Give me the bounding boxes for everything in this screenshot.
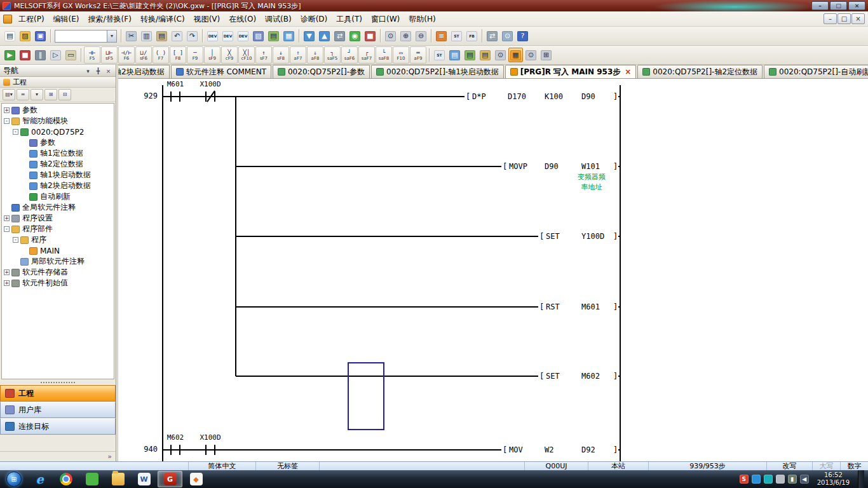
instruction-op[interactable]: MOV: [509, 445, 523, 455]
expand-icon[interactable]: +: [4, 269, 10, 275]
tree-item-9[interactable]: 全局软元件注释: [2, 202, 114, 213]
ladder-symbol-saF7-button[interactable]: ┌saF7: [358, 46, 375, 64]
tree-item-5[interactable]: 轴2定位数据: [2, 159, 114, 170]
zoom-in-button[interactable]: ⊕: [398, 29, 413, 43]
menu-item-1[interactable]: 编辑(E): [49, 12, 84, 26]
ime-sogou-icon[interactable]: S: [740, 475, 749, 484]
ladder-symbol-sF7-button[interactable]: ↑sF7: [255, 46, 272, 64]
comment-display-button[interactable]: ▦: [281, 29, 296, 43]
read-from-plc-button[interactable]: ▲: [317, 29, 332, 43]
messenger-icon[interactable]: [752, 475, 761, 484]
device-comment-button[interactable]: DEV: [205, 29, 220, 43]
shield-icon[interactable]: [764, 475, 773, 484]
ladder-canvas[interactable]: 929[D*PD170K100D90][MOVPD90W101]变频器频率地址[…: [118, 79, 868, 461]
ladder-symbol-F6-button[interactable]: ⊣∕⊢F6: [118, 46, 135, 64]
nav-filter-button[interactable]: ▾: [31, 89, 43, 100]
find-button[interactable]: ⊙: [383, 29, 398, 43]
ladder-symbol-saF6-button[interactable]: ┘saF6: [341, 46, 358, 64]
help-button[interactable]: ?: [515, 29, 530, 43]
tab-3[interactable]: 0020:QD75P2[]-轴1块启动数据: [371, 65, 504, 78]
nav-collapse-all-button[interactable]: ⊟: [58, 89, 71, 100]
contact-no-symbol[interactable]: [170, 92, 180, 102]
program-pou-button[interactable]: ▤: [266, 29, 281, 43]
ladder-symbol-sF6-button[interactable]: ⊔∕sF6: [135, 46, 152, 64]
nav-category-connection-destination-button[interactable]: 连接目标: [0, 418, 116, 435]
tree-item-0[interactable]: +参数: [2, 105, 114, 116]
mdi-minimize-button[interactable]: –: [824, 13, 837, 24]
battery-icon[interactable]: ▮: [788, 475, 797, 484]
fb-editor-button[interactable]: FB: [465, 29, 479, 43]
menu-item-9[interactable]: 窗口(W): [367, 12, 404, 26]
tab-4[interactable]: [PRG]R 写入 MAIN 953步×: [505, 65, 636, 78]
monitor-start-button[interactable]: ◉: [348, 29, 362, 43]
tree-item-2[interactable]: -0020:QD75P2: [2, 126, 114, 137]
tree-item-11[interactable]: -程序部件: [2, 224, 114, 234]
program-select-combo[interactable]: ▾: [55, 30, 117, 43]
contact-no-symbol[interactable]: [170, 445, 180, 455]
device-initial-button[interactable]: DEV: [236, 29, 250, 43]
parameter-button[interactable]: ▧: [251, 29, 266, 43]
contact-no-symbol[interactable]: [205, 445, 215, 455]
read-mode-button[interactable]: ▷: [48, 48, 63, 62]
ladder-symbol-aF7-button[interactable]: ⇑aF7: [290, 46, 306, 64]
instruction-operand[interactable]: W101: [581, 161, 600, 172]
tree-item-15[interactable]: +软元件存储器: [2, 267, 114, 278]
ladder-symbol-aF8-button[interactable]: ⇓aF8: [307, 46, 323, 64]
nav-category-project-button[interactable]: 工程: [0, 385, 116, 402]
tree-item-13[interactable]: MAIN: [2, 245, 114, 256]
expand-icon[interactable]: +: [4, 280, 10, 286]
combo-dropdown-icon[interactable]: ▾: [107, 30, 116, 42]
instruction-op[interactable]: SET: [546, 371, 560, 381]
tree-item-8[interactable]: 自动刷新: [2, 191, 114, 202]
edit-cursor[interactable]: [348, 362, 384, 430]
ladder-symbol-sF8-button[interactable]: ↓sF8: [273, 46, 289, 64]
monitor-stop-button[interactable]: ■: [363, 29, 377, 43]
device-memory-button[interactable]: DEV: [220, 29, 235, 43]
contact-nc-symbol[interactable]: [205, 92, 215, 102]
instruction-operand[interactable]: Y100D: [581, 231, 604, 241]
collapse-icon[interactable]: -: [13, 237, 18, 243]
edit-note-button[interactable]: ▤: [478, 48, 492, 62]
ladder-symbol-F5-button[interactable]: ⊣⊢F5: [84, 46, 100, 64]
green-app-taskbar-button[interactable]: [79, 471, 104, 487]
restore-button[interactable]: □: [830, 1, 847, 10]
instruction-op[interactable]: D*P: [472, 92, 486, 102]
tree-item-14[interactable]: 局部软元件注释: [2, 256, 114, 267]
st-editor-button[interactable]: ST: [449, 29, 464, 43]
mdi-close-button[interactable]: ×: [851, 13, 865, 24]
collapse-icon[interactable]: -: [13, 129, 18, 135]
menu-item-0[interactable]: 工程(P): [14, 12, 49, 26]
ladder-block-list-button[interactable]: ▦: [508, 48, 523, 62]
expand-icon[interactable]: +: [4, 107, 10, 113]
edit-comment-button[interactable]: ▤: [447, 48, 462, 62]
instruction-operand[interactable]: W2: [545, 445, 553, 455]
menu-item-8[interactable]: 工具(T): [332, 12, 367, 26]
tab-6[interactable]: 0020:QD75P2[]-自动刷新: [764, 65, 868, 78]
save-project-button[interactable]: ▣: [33, 29, 48, 43]
internet-explorer-taskbar-button[interactable]: e: [27, 471, 52, 487]
menu-item-2[interactable]: 搜索/替换(F): [84, 12, 136, 26]
menu-item-4[interactable]: 视图(V): [189, 12, 225, 26]
instruction-op[interactable]: RST: [546, 302, 560, 312]
menu-item-7[interactable]: 诊断(D): [296, 12, 332, 26]
ladder-display-button[interactable]: ≡: [434, 29, 449, 43]
instruction-operand[interactable]: D90: [581, 92, 595, 102]
copy-button[interactable]: ▥: [139, 29, 154, 43]
ladder-symbol-sF9-button[interactable]: │sF9: [204, 46, 220, 64]
tree-item-7[interactable]: 轴2块启动数据: [2, 180, 114, 191]
ladder-symbol-cF10-button[interactable]: ╳│cF10: [238, 46, 255, 64]
monitor-write-mode-button[interactable]: ■: [18, 48, 32, 62]
instruction-operand[interactable]: D92: [581, 445, 595, 455]
ladder-symbol-saF8-button[interactable]: └saF8: [376, 46, 392, 64]
instruction-operand[interactable]: K100: [545, 92, 563, 102]
show-desktop-button[interactable]: [858, 470, 864, 488]
tree-item-1[interactable]: -智能功能模块: [2, 116, 114, 126]
word-taskbar-button[interactable]: W: [132, 471, 156, 487]
nav-close-icon[interactable]: ×: [104, 67, 112, 75]
verify-with-plc-button[interactable]: ⇄: [332, 29, 347, 43]
tree-item-12[interactable]: -程序: [2, 234, 114, 245]
tab-2[interactable]: 0020:QD75P2[]-参数: [273, 65, 370, 78]
close-button[interactable]: ×: [848, 1, 865, 10]
ladder-symbol-F10-button[interactable]: ▭F10: [393, 46, 409, 64]
open-project-button[interactable]: ▨: [18, 29, 32, 43]
